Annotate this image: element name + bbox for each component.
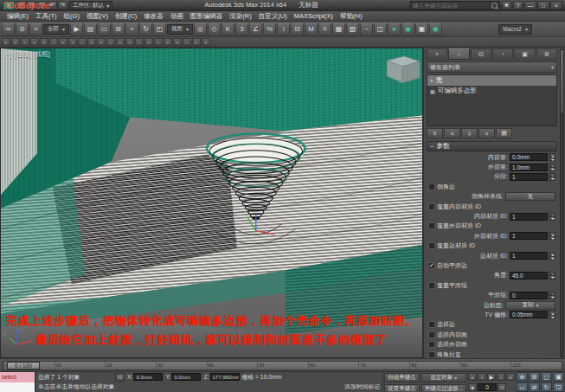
- selection-lock-toggle[interactable]: ⊡: [115, 373, 125, 382]
- mini-toolbar-icon[interactable]: ▪: [202, 38, 210, 46]
- outer-amount-field[interactable]: 1.0mm: [510, 164, 548, 171]
- menu-item[interactable]: 编辑(E): [3, 12, 32, 21]
- mini-toolbar-icon[interactable]: ▪: [11, 38, 20, 46]
- time-slider-handle[interactable]: 0 / 100: [7, 362, 40, 370]
- select-edges-checkbox[interactable]: [428, 321, 435, 328]
- menu-item[interactable]: 图形编辑器: [187, 12, 227, 21]
- mini-toolbar-icon[interactable]: ▪: [125, 38, 134, 46]
- edge-mapping-dropdown[interactable]: 复制: [505, 301, 555, 310]
- maximize-viewport-toggle-icon[interactable]: ◲: [553, 382, 564, 392]
- menu-item[interactable]: 组(G): [61, 12, 83, 21]
- menu-item[interactable]: 动画: [167, 12, 187, 21]
- inner-mat-id-field[interactable]: 1: [510, 213, 548, 221]
- select-and-manipulate-icon[interactable]: ◇: [208, 23, 221, 35]
- mini-toolbar-icon[interactable]: ▪: [30, 38, 39, 46]
- tab-create[interactable]: +: [427, 48, 447, 60]
- spinner-icon[interactable]: [549, 173, 555, 181]
- redo-icon[interactable]: ↷: [58, 1, 67, 10]
- select-and-link-icon[interactable]: ∞: [2, 23, 15, 35]
- key-filters-button[interactable]: 关键点过滤器...: [421, 384, 466, 392]
- mini-toolbar-icon[interactable]: ▪: [40, 38, 48, 46]
- menu-item[interactable]: 修改器: [140, 12, 167, 21]
- mini-toolbar-icon[interactable]: ▪: [78, 38, 87, 46]
- modifier-stack-row[interactable]: ● 壳: [427, 75, 556, 86]
- straighten-corners-checkbox[interactable]: [428, 351, 435, 358]
- modifier-list-dropdown[interactable]: 修改器列表: [427, 61, 557, 73]
- inner-amount-field[interactable]: 0.0mm: [510, 153, 548, 161]
- key-mode-toggle-icon[interactable]: ◈: [468, 383, 477, 391]
- zoom-icon[interactable]: ⊕: [517, 372, 528, 382]
- mini-toolbar-icon[interactable]: ▪: [183, 38, 191, 46]
- configure-modifier-sets-button[interactable]: ▤: [496, 128, 512, 138]
- bind-to-space-warp-icon[interactable]: ≈: [29, 23, 42, 35]
- tab-motion[interactable]: ◔: [492, 48, 513, 60]
- render-setup-icon[interactable]: ◉: [401, 23, 414, 35]
- spinner-icon[interactable]: [549, 232, 555, 240]
- maximize-button[interactable]: □: [537, 1, 549, 10]
- help-icon[interactable]: ?: [513, 1, 523, 10]
- orbit-icon[interactable]: ↻: [541, 382, 552, 392]
- close-button[interactable]: ×: [550, 1, 562, 10]
- mini-toolbar-icon[interactable]: ▪: [68, 38, 77, 46]
- modifier-bulb-icon[interactable]: ▦: [430, 88, 435, 94]
- mini-toolbar-icon[interactable]: ▪: [154, 38, 163, 46]
- mini-toolbar-icon[interactable]: ▪: [164, 38, 172, 46]
- select-and-move-icon[interactable]: +: [125, 23, 138, 35]
- zoom-all-icon[interactable]: ⊞: [529, 372, 540, 382]
- spinner-icon[interactable]: [549, 311, 555, 318]
- menu-item[interactable]: 帮助(H): [337, 12, 365, 21]
- unlink-selection-icon[interactable]: ⊘: [16, 23, 29, 35]
- tab-display[interactable]: ▣: [514, 48, 535, 60]
- viewport-shading-menu[interactable]: [线框]: [34, 50, 50, 59]
- select-by-name-icon[interactable]: ▤: [84, 23, 97, 35]
- modifier-bulb-icon[interactable]: ●: [430, 78, 433, 83]
- viewport-view-menu[interactable]: [透视]: [15, 50, 31, 59]
- curve-editor-icon[interactable]: ~: [360, 23, 373, 35]
- menu-item[interactable]: 自定义(U): [255, 12, 291, 21]
- search-icon[interactable]: [491, 3, 498, 9]
- parameters-rollout-header[interactable]: − 参数: [427, 141, 557, 151]
- minimize-button[interactable]: —: [524, 1, 536, 10]
- selection-set-dropdown[interactable]: 选定对象: [421, 373, 466, 382]
- x-coordinate-field[interactable]: 0.0mm: [133, 373, 163, 381]
- select-inner-faces-checkbox[interactable]: [428, 331, 435, 338]
- menu-item[interactable]: 视图(V): [83, 12, 112, 21]
- material-editor-icon[interactable]: ●: [388, 23, 401, 35]
- override-edge-mat-checkbox[interactable]: [428, 242, 435, 249]
- zoom-region-icon[interactable]: ▭: [517, 382, 528, 392]
- spinner-icon[interactable]: [549, 252, 555, 260]
- tab-modify[interactable]: ∩: [448, 48, 469, 60]
- layer-manager-icon[interactable]: ▦: [332, 23, 345, 35]
- workspace-dropdown[interactable]: 工作区: 默认: [69, 1, 112, 10]
- mirror-icon[interactable]: M: [305, 23, 318, 35]
- spinner-icon[interactable]: [549, 213, 555, 221]
- mini-toolbar-icon[interactable]: ▪: [144, 38, 153, 46]
- viewport-menu-plus[interactable]: [+]: [4, 50, 12, 59]
- remove-modifier-button[interactable]: ×: [478, 128, 495, 138]
- go-to-start-icon[interactable]: «: [468, 373, 477, 381]
- current-frame-field[interactable]: 0: [478, 383, 497, 391]
- menu-item[interactable]: 创建(C): [112, 12, 140, 21]
- time-configuration-icon[interactable]: ◷: [498, 383, 506, 391]
- spinner-icon[interactable]: [549, 272, 555, 280]
- go-to-end-icon[interactable]: »: [506, 373, 515, 381]
- favorites-icon[interactable]: ★: [502, 1, 511, 10]
- menu-item[interactable]: 工具(T): [32, 12, 61, 21]
- menu-item[interactable]: MAXScript(X): [291, 12, 337, 20]
- select-and-scale-icon[interactable]: ◰: [153, 23, 166, 35]
- graphite-ribbon-toggle-icon[interactable]: ▧: [346, 23, 359, 35]
- select-object-icon[interactable]: ▶: [70, 23, 83, 35]
- next-frame-icon[interactable]: ›: [497, 373, 505, 381]
- play-icon[interactable]: ▶: [487, 373, 496, 381]
- listener-script-row[interactable]: [0, 382, 35, 392]
- angle-snap-toggle-icon[interactable]: ∠: [249, 23, 262, 35]
- make-unique-button[interactable]: ◊: [461, 128, 478, 138]
- mini-toolbar-icon[interactable]: ▪: [192, 38, 201, 46]
- bevel-edges-checkbox[interactable]: [428, 183, 435, 190]
- mini-toolbar-icon[interactable]: ▪: [135, 38, 144, 46]
- auto-smooth-checkbox[interactable]: ✓: [428, 262, 435, 269]
- time-ruler[interactable]: 0 / 100 0 10 20 30 40 50 60 70 80 90: [3, 361, 562, 370]
- percent-snap-toggle-icon[interactable]: %: [263, 23, 276, 35]
- show-end-result-button[interactable]: ≡: [444, 128, 460, 138]
- select-outer-faces-checkbox[interactable]: [428, 341, 435, 348]
